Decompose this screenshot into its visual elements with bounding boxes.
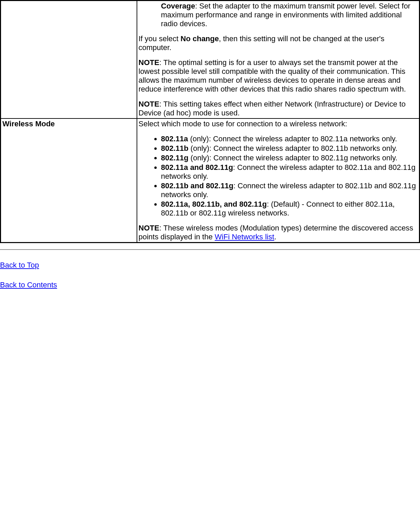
- nochange-bold: No change: [181, 34, 219, 43]
- mode-bold: 802.11g: [161, 154, 189, 162]
- mode-bold: 802.11b and 802.11g: [161, 181, 234, 190]
- mode-text: (only): Connect the wireless adapter to …: [188, 154, 397, 162]
- list-item: 802.11a and 802.11g: Connect the wireles…: [161, 163, 418, 181]
- table-row: Wireless Mode Select which mode to use f…: [1, 118, 420, 243]
- list-item: 802.11g (only): Connect the wireless ada…: [161, 154, 418, 162]
- nochange-pre: If you select: [139, 34, 181, 43]
- mode-bold: 802.11a and 802.11g: [161, 163, 233, 172]
- table-row: Coverage: Set the adapter to the maximum…: [1, 1, 420, 119]
- note2-text: : This setting takes effect when either …: [139, 100, 406, 117]
- coverage-paragraph: Coverage: Set the adapter to the maximum…: [139, 2, 418, 28]
- note1-paragraph: NOTE: The optimal setting is for a user …: [139, 58, 418, 94]
- footer-links: Back to Top Back to Contents: [0, 261, 420, 289]
- back-to-contents-link[interactable]: Back to Contents: [0, 281, 57, 289]
- wireless-note-paragraph: NOTE: These wireless modes (Modulation t…: [139, 224, 418, 241]
- note2-paragraph: NOTE: This setting takes effect when eit…: [139, 100, 418, 117]
- list-item: 802.11a, 802.11b, and 802.11g: (Default)…: [161, 200, 418, 218]
- setting-label-cell: Wireless Mode: [1, 118, 137, 243]
- settings-table: Coverage: Set the adapter to the maximum…: [0, 0, 420, 243]
- list-item: 802.11b and 802.11g: Connect the wireles…: [161, 181, 418, 199]
- mode-bold: 802.11b: [161, 144, 189, 153]
- wireless-mode-label: Wireless Mode: [2, 119, 55, 128]
- setting-content-cell: Select which mode to use for connection …: [137, 118, 420, 243]
- mode-bold: 802.11a, 802.11b, and 802.11g: [161, 200, 267, 208]
- mode-text: (only): Connect the wireless adapter to …: [188, 144, 397, 153]
- note1-text: : The optimal setting is for a user to a…: [139, 58, 406, 93]
- mode-bold: 802.11a: [161, 134, 188, 143]
- wireless-note-post: .: [274, 233, 276, 241]
- wireless-note-label: NOTE: [139, 224, 159, 232]
- list-item: 802.11b (only): Connect the wireless ada…: [161, 144, 418, 153]
- coverage-label: Coverage: [161, 2, 195, 10]
- list-item: 802.11a (only): Connect the wireless ada…: [161, 134, 418, 143]
- coverage-text: : Set the adapter to the maximum transmi…: [161, 2, 410, 28]
- wireless-intro: Select which mode to use for connection …: [139, 119, 418, 128]
- back-to-top-link[interactable]: Back to Top: [0, 261, 39, 269]
- note2-label: NOTE: [139, 100, 159, 108]
- note1-label: NOTE: [139, 58, 159, 67]
- setting-content-cell: Coverage: Set the adapter to the maximum…: [137, 1, 420, 119]
- mode-text: (only): Connect the wireless adapter to …: [188, 134, 397, 143]
- wifi-networks-link[interactable]: WiFi Networks list: [215, 233, 274, 241]
- nochange-paragraph: If you select No change, then this setti…: [139, 34, 418, 52]
- wireless-mode-list: 802.11a (only): Connect the wireless ada…: [139, 134, 418, 218]
- separator: [0, 249, 420, 250]
- setting-label-cell: [1, 1, 137, 119]
